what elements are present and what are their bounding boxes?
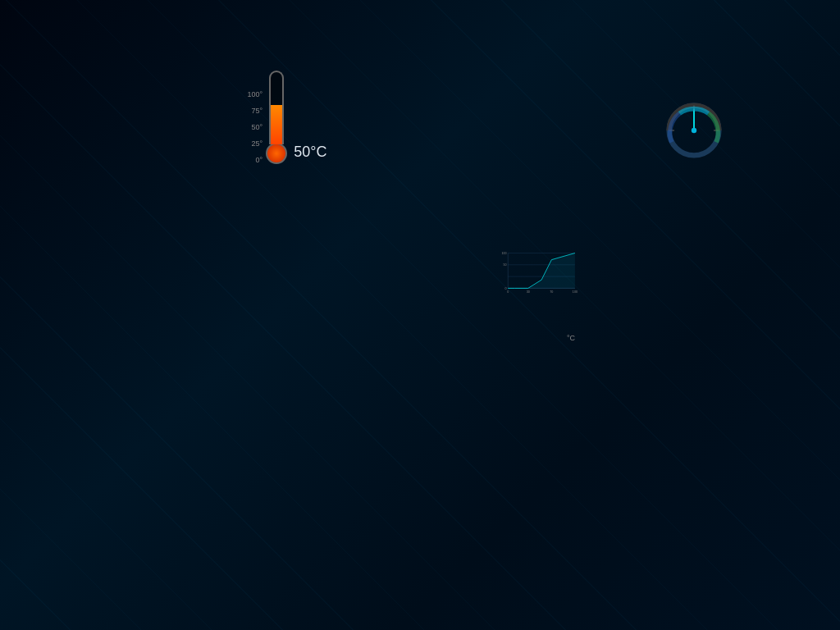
svg-text:30: 30 — [527, 290, 530, 294]
svg-point-19 — [692, 128, 696, 133]
svg-text:70: 70 — [550, 290, 553, 294]
cpu-temp-value: 50°C — [294, 144, 326, 160]
svg-marker-16 — [508, 253, 575, 289]
thermometer: 100° 75° 50° 25° 0° — [212, 70, 362, 168]
svg-text:50: 50 — [504, 263, 507, 267]
fan-chart-svg: 100 50 0 0 30 70 100 — [498, 216, 578, 331]
fan-chart-area: 100 50 0 0 30 70 100 — [498, 216, 578, 347]
ez-gauge[interactable] — [661, 98, 727, 163]
svg-text:100: 100 — [502, 252, 507, 255]
svg-text:0: 0 — [505, 287, 507, 290]
background — [0, 0, 840, 630]
chart-x-label: °C — [498, 334, 575, 342]
main-container: /ASUS UEFI BIOS Utility – EZ Mode 11/15/… — [0, 0, 840, 630]
svg-text:100: 100 — [573, 290, 578, 294]
svg-text:0: 0 — [507, 290, 509, 294]
